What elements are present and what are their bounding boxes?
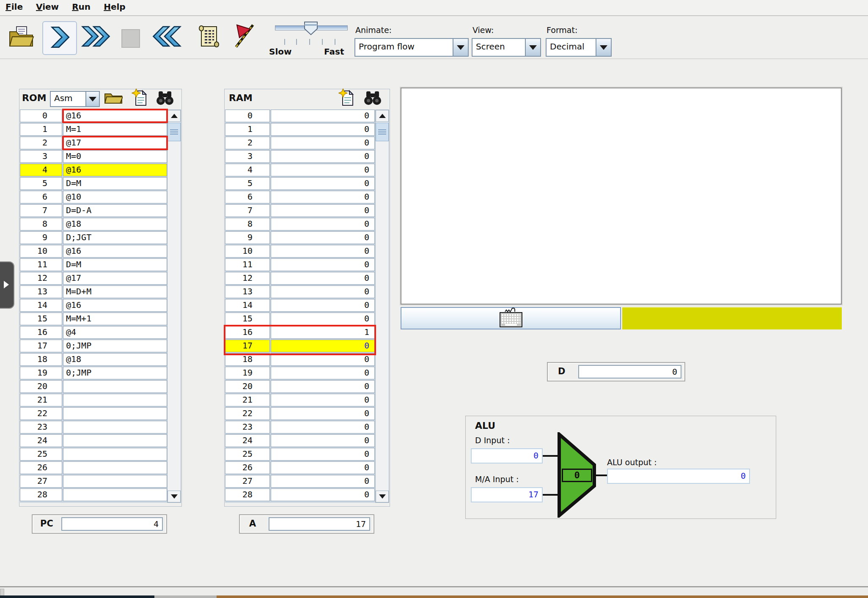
rom-instruction-cell[interactable]: M=D+M [63, 285, 167, 298]
ram-value-cell[interactable]: 0 [271, 150, 375, 163]
menu-run[interactable]: Run [72, 2, 91, 12]
rom-format-dropdown-button[interactable] [85, 92, 99, 106]
ram-value-cell[interactable]: 0 [271, 258, 375, 271]
triangle-up-icon [171, 114, 178, 118]
rom-scroll-up-button[interactable] [168, 110, 181, 122]
keyboard-button[interactable] [401, 307, 621, 329]
rom-instruction-cell[interactable]: D=M [63, 177, 167, 190]
rom-scrollbar[interactable] [167, 110, 181, 503]
ram-value-cell[interactable]: 0 [271, 231, 375, 244]
ram-value-cell[interactable]: 0 [271, 407, 375, 420]
format-dropdown-button[interactable] [596, 39, 611, 56]
rom-instruction-cell[interactable]: @16 [63, 299, 167, 312]
rom-instruction-cell[interactable]: @16 [63, 164, 167, 176]
load-program-button[interactable] [8, 24, 35, 52]
program-button[interactable] [195, 22, 222, 52]
ram-row: 230 [225, 421, 375, 433]
rom-instruction-cell[interactable] [63, 421, 167, 433]
ram-value-cell[interactable]: 0 [271, 164, 375, 176]
format-select[interactable]: Decimal [546, 38, 612, 57]
menu-help[interactable]: Help [104, 2, 126, 12]
ram-value-cell[interactable]: 0 [271, 421, 375, 433]
ram-value-cell[interactable]: 0 [271, 448, 375, 461]
rom-instruction-cell[interactable]: D;JGT [63, 231, 167, 244]
rom-instruction-cell[interactable]: @10 [63, 191, 167, 203]
rom-instruction-cell[interactable]: @4 [63, 326, 167, 339]
pc-value-field[interactable]: 4 [61, 517, 163, 531]
menu-view[interactable]: View [36, 2, 59, 12]
ram-value-cell[interactable]: 0 [271, 218, 375, 230]
rom-instruction-cell[interactable]: M=1 [63, 123, 167, 136]
single-step-button[interactable] [42, 21, 77, 55]
rom-clear-button[interactable] [129, 89, 151, 108]
ram-value-cell[interactable]: 0 [271, 434, 375, 447]
rom-search-button[interactable] [154, 90, 176, 107]
rom-instruction-cell[interactable]: @18 [63, 353, 167, 366]
d-value-field[interactable]: 0 [578, 365, 681, 379]
view-dropdown-button[interactable] [525, 39, 540, 56]
animate-dropdown-button[interactable] [453, 39, 468, 56]
ram-value-cell[interactable]: 0 [271, 245, 375, 258]
rom-instruction-cell[interactable]: 0;JMP [63, 340, 167, 352]
rom-instruction-cell[interactable]: 0;JMP [63, 367, 167, 379]
rom-instruction-cell[interactable] [63, 448, 167, 461]
rom-instruction-cell[interactable]: @17 [63, 272, 167, 285]
rom-instruction-cell[interactable]: M=M+1 [63, 313, 167, 325]
ram-value-cell[interactable]: 0 [271, 461, 375, 474]
ram-scroll-thumb[interactable] [376, 123, 389, 141]
ram-value-cell[interactable]: 0 [271, 299, 375, 312]
ram-value-cell[interactable]: 0 [271, 177, 375, 190]
rom-instruction-cell[interactable]: @16 [63, 245, 167, 258]
ram-value-cell[interactable]: 0 [271, 340, 375, 352]
ram-clear-button[interactable] [336, 89, 357, 108]
rom-instruction-cell[interactable] [63, 488, 167, 501]
ram-value-cell[interactable]: 0 [271, 191, 375, 203]
ram-value-cell[interactable]: 0 [271, 488, 375, 501]
a-value-field[interactable]: 17 [269, 517, 370, 531]
rom-scroll-thumb[interactable] [168, 123, 181, 141]
side-drawer-handle[interactable] [0, 261, 14, 309]
ram-value-cell[interactable]: 0 [271, 367, 375, 379]
menu-file[interactable]: File [5, 2, 23, 12]
animate-select[interactable]: Program flow [354, 38, 469, 57]
rom-format-select[interactable]: Asm [50, 91, 100, 107]
ram-scroll-down-button[interactable] [376, 491, 389, 502]
view-select[interactable]: Screen [472, 38, 541, 57]
ram-value-cell[interactable]: 1 [271, 326, 375, 339]
rom-instruction-cell[interactable]: @16 [63, 110, 167, 122]
ram-value-cell[interactable]: 0 [271, 272, 375, 285]
rom-instruction-cell[interactable]: @17 [63, 137, 167, 149]
stop-button[interactable] [120, 28, 141, 49]
rom-instruction-cell[interactable] [63, 407, 167, 420]
rom-load-button[interactable] [102, 90, 124, 107]
ram-value-cell[interactable]: 0 [271, 475, 375, 488]
ram-value-cell[interactable]: 0 [271, 380, 375, 393]
ram-scrollbar[interactable] [375, 110, 389, 503]
rom-instruction-cell[interactable]: D=D-A [63, 204, 167, 217]
ram-value-cell[interactable]: 0 [271, 353, 375, 366]
ram-row: 270 [225, 475, 375, 488]
ram-value-cell[interactable]: 0 [271, 313, 375, 325]
ram-value-cell[interactable]: 0 [271, 123, 375, 136]
breakpoints-button[interactable] [229, 21, 258, 52]
rom-instruction-cell[interactable]: @18 [63, 218, 167, 230]
reset-button[interactable] [151, 22, 184, 52]
ram-value-cell[interactable]: 0 [271, 110, 375, 122]
rom-instruction-cell[interactable]: D=M [63, 258, 167, 271]
ram-row: 180 [225, 353, 375, 366]
ram-value-cell[interactable]: 0 [271, 394, 375, 406]
rom-scroll-down-button[interactable] [168, 491, 181, 502]
ram-search-button[interactable] [362, 90, 384, 107]
ram-scroll-up-button[interactable] [376, 110, 389, 122]
speed-slider-thumb[interactable] [304, 21, 318, 37]
rom-instruction-cell[interactable]: M=0 [63, 150, 167, 163]
ram-value-cell[interactable]: 0 [271, 204, 375, 217]
ram-value-cell[interactable]: 0 [271, 137, 375, 149]
rom-instruction-cell[interactable] [63, 461, 167, 474]
rom-instruction-cell[interactable] [63, 380, 167, 393]
rom-instruction-cell[interactable] [63, 475, 167, 488]
rom-instruction-cell[interactable] [63, 394, 167, 406]
rom-instruction-cell[interactable] [63, 434, 167, 447]
ram-value-cell[interactable]: 0 [271, 285, 375, 298]
run-button[interactable] [79, 22, 112, 52]
